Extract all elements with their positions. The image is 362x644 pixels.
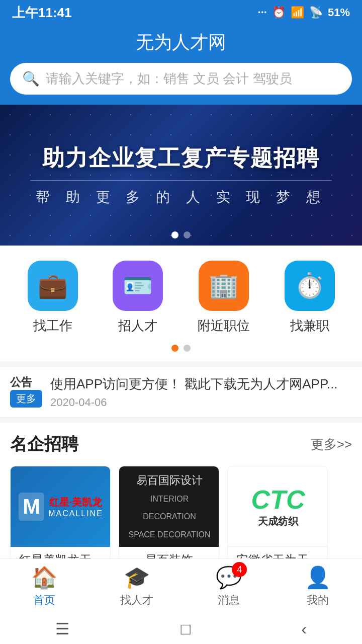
banner-pagination: [171, 231, 191, 238]
notice-date: 2020-04-06: [50, 396, 352, 409]
status-time: 上午11:41: [12, 4, 72, 22]
nav-item-find-talent[interactable]: 🎓 找人才: [120, 565, 153, 608]
nav-home-label: 首页: [33, 593, 55, 608]
banner[interactable]: 助力企业复工复产专题招聘 帮 助 更 多 的 人 实 现 梦 想: [0, 105, 362, 246]
home-icon: 🏠: [31, 565, 57, 590]
notice-content: 使用APP访问更方便！ 戳此下载无为人才网APP... 2020-04-06: [50, 375, 352, 409]
nav-find-talent-label: 找人才: [120, 593, 153, 608]
nearby-label: 附近职位: [198, 317, 250, 335]
ctc-logo: CTC 天成纺织: [228, 466, 328, 547]
status-dots: ···: [258, 6, 267, 19]
recruit-label: 招人才: [118, 317, 157, 335]
notice-tag: 公告: [10, 376, 32, 388]
notice-tag-area: 公告 更多: [10, 375, 42, 408]
status-wifi: 📡: [309, 6, 323, 19]
status-icons: ··· ⏰ 📶 📡 51%: [258, 6, 350, 19]
quick-menu-row: 💼 找工作 🪪 招人才 🏢 附近职位 ⏱️ 找兼职: [10, 261, 352, 335]
bottom-nav: 🏠 首页 🎓 找人才 💬 4 消息 👤 我的: [0, 558, 362, 614]
status-battery: 51%: [328, 6, 350, 19]
sys-nav-back[interactable]: ‹: [301, 620, 307, 638]
nav-profile-label: 我的: [307, 593, 329, 608]
find-job-icon: 💼: [28, 261, 78, 311]
notice-more-button[interactable]: 更多: [10, 390, 42, 408]
quick-menu: 💼 找工作 🪪 招人才 🏢 附近职位 ⏱️ 找兼职: [0, 246, 362, 362]
notice-bar: 公告 更多 使用APP访问更方便！ 戳此下载无为人才网APP... 2020-0…: [0, 367, 362, 418]
quick-item-recruit[interactable]: 🪪 招人才: [113, 261, 163, 335]
enterprise-section-header: 名企招聘 更多>>: [10, 433, 352, 456]
banner-divider: [30, 180, 332, 181]
find-talent-icon: 🎓: [124, 565, 150, 590]
search-placeholder: 请输入关键字，如：销售 文员 会计 驾驶员: [46, 70, 292, 88]
profile-icon: 👤: [305, 565, 331, 590]
search-icon: 🔍: [22, 70, 40, 87]
system-nav-bar: ☰ □ ‹: [0, 614, 362, 644]
menu-dot-2[interactable]: [184, 345, 191, 352]
quick-item-nearby[interactable]: 🏢 附近职位: [198, 261, 250, 335]
nearby-icon: 🏢: [199, 261, 249, 311]
nav-item-home[interactable]: 🏠 首页: [31, 565, 57, 608]
macalline-logo: M 红星·美凯龙 MACALLINE: [11, 466, 111, 547]
sys-nav-menu[interactable]: ☰: [55, 619, 70, 638]
banner-dot-2[interactable]: [184, 231, 191, 238]
enterprise-more-button[interactable]: 更多>>: [311, 436, 352, 453]
status-alarm: ⏰: [272, 6, 286, 19]
yibai-logo-text: 易百国际设计 INTERIOR DECORATIONSPACE DECORATI…: [119, 466, 219, 547]
banner-subtitle: 帮 助 更 多 的 人 实 现 梦 想: [36, 188, 326, 207]
sys-nav-home[interactable]: □: [180, 620, 190, 638]
quick-item-find-job[interactable]: 💼 找工作: [28, 261, 78, 335]
enterprise-section-title: 名企招聘: [10, 433, 78, 456]
banner-title: 助力企业复工复产专题招聘: [42, 143, 320, 173]
notice-text: 使用APP访问更方便！ 戳此下载无为人才网APP...: [50, 375, 352, 393]
parttime-icon: ⏱️: [285, 261, 335, 311]
nav-message-label: 消息: [218, 593, 240, 608]
banner-background: [0, 105, 362, 246]
quick-item-parttime[interactable]: ⏱️ 找兼职: [285, 261, 335, 335]
header: 无为人才网 🔍 请输入关键字，如：销售 文员 会计 驾驶员: [0, 25, 362, 105]
search-bar[interactable]: 🔍 请输入关键字，如：销售 文员 会计 驾驶员: [10, 63, 352, 95]
status-signal1: 📶: [291, 6, 304, 19]
nav-item-message[interactable]: 💬 4 消息: [216, 565, 242, 608]
recruit-icon: 🪪: [113, 261, 163, 311]
status-bar: 上午11:41 ··· ⏰ 📶 📡 51%: [0, 0, 362, 25]
menu-dot-1[interactable]: [171, 345, 178, 352]
banner-dot-1[interactable]: [171, 231, 178, 238]
nav-item-profile[interactable]: 👤 我的: [305, 565, 331, 608]
parttime-label: 找兼职: [290, 317, 329, 335]
menu-pagination: [10, 345, 352, 352]
yibai-logo: 易百国际设计 INTERIOR DECORATIONSPACE DECORATI…: [119, 466, 219, 547]
app-title: 无为人才网: [10, 30, 352, 55]
find-job-label: 找工作: [33, 317, 72, 335]
message-badge: 4: [232, 562, 247, 577]
